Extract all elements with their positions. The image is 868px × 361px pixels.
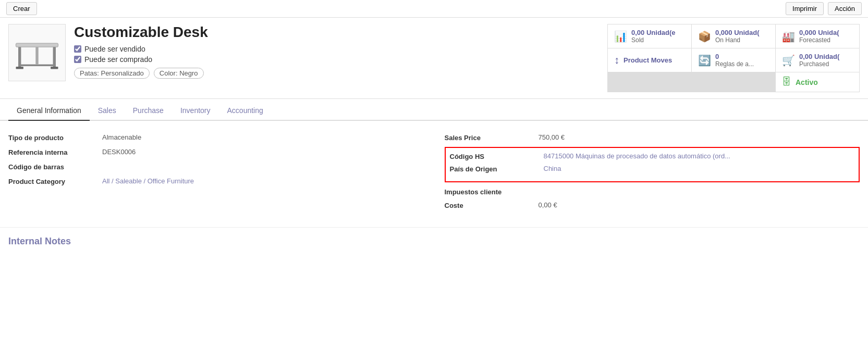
can-be-sold-checkbox[interactable] (74, 45, 81, 53)
svg-rect-6 (35, 47, 38, 64)
tipo-de-producto-label: Tipo de producto (8, 133, 102, 142)
tipo-de-producto-row: Tipo de producto Almacenable (8, 133, 424, 142)
chart-bar-icon: 📊 (614, 30, 627, 43)
tag-color[interactable]: Color: Negro (154, 68, 204, 79)
product-moves-label: Product Moves (624, 56, 672, 64)
reordering-label: Reglas de a... (715, 60, 754, 68)
right-section: Sales Price 750,00 € Código HS 84715000 … (445, 133, 860, 215)
product-info: Customizable Desk Puede ser vendido Pued… (74, 24, 599, 92)
product-title: Customizable Desk (74, 24, 599, 41)
pais-de-origen-label: País de Origen (450, 165, 544, 173)
activo-icon: 🗄 (782, 77, 791, 88)
can-be-purchased-row: Puede ser comprado (74, 55, 599, 64)
main-content: Tipo de producto Almacenable Referencia … (0, 121, 868, 227)
codigo-hs-row: Código HS 84715000 Máquinas de procesado… (450, 152, 855, 160)
tab-inventory[interactable]: Inventory (172, 101, 219, 121)
coste-label: Coste (445, 201, 539, 209)
coste-row: Coste 0,00 € (445, 201, 860, 209)
codigo-de-barras-label: Código de barras (8, 163, 102, 171)
coste-value: 0,00 € (539, 201, 557, 209)
internal-notes-section: Internal Notes (0, 227, 868, 255)
tab-accounting[interactable]: Accounting (219, 101, 272, 121)
reordering-icon: 🔄 (698, 54, 711, 67)
referencia-interna-row: Referencia interna DESK0006 (8, 148, 424, 156)
on-hand-icon: 📦 (698, 30, 711, 43)
sales-price-label: Sales Price (445, 133, 539, 142)
internal-notes-title: Internal Notes (8, 236, 860, 247)
tab-purchase[interactable]: Purchase (125, 101, 172, 121)
stat-forecasted[interactable]: 🏭 0,000 Unida( Forecasted (776, 24, 859, 48)
product-category-value[interactable]: All / Saleable / Office Furniture (102, 177, 194, 185)
stat-product-moves[interactable]: ↕ Product Moves (608, 48, 691, 72)
product-category-row: Product Category All / Saleable / Office… (8, 177, 424, 185)
codigo-de-barras-row: Código de barras (8, 163, 424, 171)
can-be-purchased-label: Puede ser comprado (84, 55, 152, 64)
impuestos-cliente-label: Impuestos cliente (445, 188, 539, 196)
purchased-label: Purchased (799, 60, 839, 68)
stat-on-hand[interactable]: 📦 0,000 Unidad( On Hand (692, 24, 775, 48)
left-section: Tipo de producto Almacenable Referencia … (8, 133, 424, 215)
activo-label: Activo (796, 78, 818, 86)
sold-label: Sold (631, 36, 676, 44)
highlight-box: Código HS 84715000 Máquinas de procesado… (445, 147, 860, 182)
svg-rect-4 (16, 67, 23, 69)
referencia-interna-value: DESK0006 (102, 148, 136, 156)
sold-value: 0,00 Unidad(e (631, 29, 676, 36)
product-header: Customizable Desk Puede ser vendido Pued… (0, 18, 868, 99)
imprimir-button[interactable]: Imprimir (786, 2, 824, 15)
product-image (8, 24, 66, 81)
stat-reordering[interactable]: 🔄 0 Reglas de a... (692, 48, 775, 72)
tabs: General Information Sales Purchase Inven… (0, 101, 868, 121)
purchased-icon: 🛒 (782, 54, 795, 67)
product-category-label: Product Category (8, 177, 102, 185)
on-hand-value: 0,000 Unidad( (715, 29, 760, 36)
can-be-purchased-checkbox[interactable] (74, 56, 81, 63)
pais-de-origen-row: País de Origen China (450, 165, 855, 173)
tipo-de-producto-value: Almacenable (102, 133, 141, 141)
stat-sold[interactable]: 📊 0,00 Unidad(e Sold (608, 24, 691, 48)
impuestos-cliente-row: Impuestos cliente (445, 188, 860, 196)
top-bar: Crear Imprimir Acción (0, 0, 868, 18)
svg-rect-5 (51, 67, 58, 69)
pais-de-origen-value[interactable]: China (544, 165, 561, 172)
codigo-hs-label: Código HS (450, 152, 544, 160)
purchased-value: 0,00 Unidad( (799, 53, 839, 60)
reordering-value: 0 (715, 53, 754, 60)
on-hand-label: On Hand (715, 36, 760, 44)
svg-rect-3 (18, 65, 56, 67)
sales-price-row: Sales Price 750,00 € (445, 133, 860, 142)
forecasted-label: Forecasted (799, 36, 839, 44)
svg-rect-0 (16, 43, 58, 47)
product-moves-icon: ↕ (614, 54, 619, 66)
sales-price-value: 750,00 € (539, 133, 565, 141)
accion-button[interactable]: Acción (828, 2, 862, 15)
stat-activo[interactable]: 🗄 Activo (776, 72, 859, 92)
can-be-sold-row: Puede ser vendido (74, 45, 599, 53)
tab-sales[interactable]: Sales (90, 101, 125, 121)
forecasted-value: 0,000 Unida( (799, 29, 839, 36)
forecasted-icon: 🏭 (782, 30, 795, 43)
can-be-sold-label: Puede ser vendido (84, 45, 145, 53)
stat-purchased[interactable]: 🛒 0,00 Unidad( Purchased (776, 48, 859, 72)
referencia-interna-label: Referencia interna (8, 148, 102, 156)
stat-grid: 📊 0,00 Unidad(e Sold 📦 0,000 Unidad( On … (607, 24, 860, 92)
codigo-hs-value[interactable]: 84715000 Máquinas de procesado de datos … (544, 152, 730, 160)
product-tags: Patas: Personalizado Color: Negro (74, 68, 599, 79)
tab-general-information[interactable]: General Information (8, 101, 90, 121)
tag-patas[interactable]: Patas: Personalizado (74, 68, 150, 79)
crear-button[interactable]: Crear (6, 2, 37, 15)
